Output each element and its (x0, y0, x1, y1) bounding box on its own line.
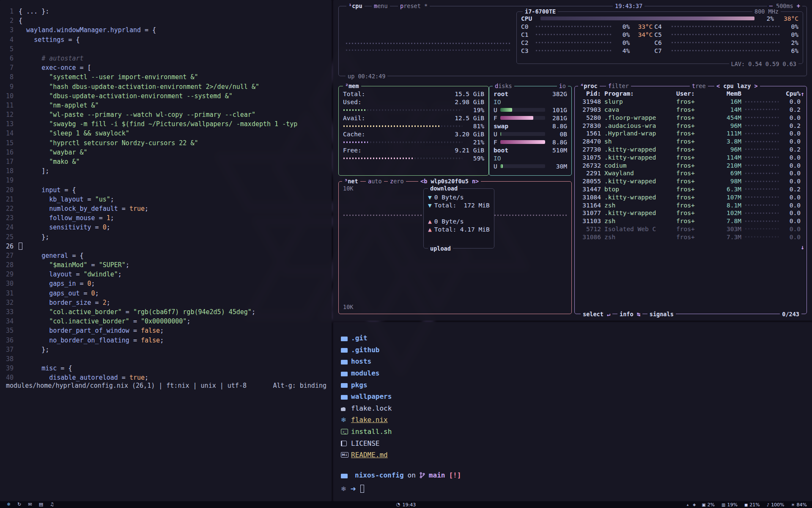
editor-line[interactable]: 5 (0, 44, 332, 54)
process-row[interactable]: 31084.kitty-wrappedfros+107M0.0 (579, 193, 802, 201)
process-row[interactable]: 5280.floorp-wrappefros+454M0.0 (579, 113, 802, 121)
load-average: LAV: 0.54 0.59 0.63 (729, 60, 798, 68)
disks-box-title[interactable]: disks (493, 82, 514, 90)
disk-bar-row: U0B (494, 130, 567, 138)
process-row[interactable]: 31075.kitty-wrappedfros+114M0.0 (579, 153, 802, 161)
code-text: # autostart (19, 54, 84, 63)
editor-line[interactable]: 33 "col.active_border" = "rgb(cba6f7) rg… (0, 307, 332, 317)
process-row[interactable]: 27730.kitty-wrappedfros+96M0.2 (579, 146, 802, 154)
editor-line[interactable]: 7 exec-once = [ (0, 63, 332, 72)
statusline-key-hint: Alt-g: binding (273, 382, 326, 389)
cpu-box-title: ¹cpu (346, 2, 365, 10)
brightness-icon: ☀ (791, 502, 795, 507)
clock-time: 19:43 (402, 502, 416, 508)
cpu-module[interactable]: ▣2% (702, 502, 715, 508)
net-info-rows: ▼0 Byte/s▼Total: 172 MiB▲0 Byte/s▲Total:… (428, 193, 491, 233)
filter-button[interactable]: filter (606, 82, 631, 90)
net-info-row: ▼0 Byte/s (428, 193, 491, 201)
editor-line[interactable]: 2{ (0, 16, 332, 25)
tree-button[interactable]: tree (690, 82, 708, 90)
cpu-total-row: CPU 2% 38°C (521, 14, 798, 22)
net-auto-button[interactable]: auto (366, 177, 384, 185)
process-row[interactable]: 31077.kitty-wrappedfros+102M0.0 (579, 209, 802, 217)
volume-module[interactable]: ♪100% (767, 502, 785, 508)
editor-line[interactable]: 11 "nm-applet &" (0, 101, 332, 110)
editor-line[interactable]: 35 border_part_of_window = false; (0, 326, 332, 335)
disk-bar (500, 132, 545, 136)
editor-line[interactable]: 3 wayland.windowManager.hyprland = { (0, 25, 332, 35)
editor-line[interactable]: 37 }; (0, 345, 332, 354)
editor-line[interactable]: 1{ ... }: (0, 7, 332, 16)
process-row[interactable]: 31164zshfros+8.1M0.0 (579, 201, 802, 209)
menu-button[interactable]: menu (372, 2, 390, 10)
editor-line[interactable]: 32 border_size = 2; (0, 298, 332, 307)
editor-line[interactable]: 18 ]; (0, 166, 332, 176)
process-row[interactable]: 28470shfros+3.8M0.0 (579, 138, 802, 146)
signals-button[interactable]: signals (647, 310, 676, 318)
editor-line[interactable]: 36 no_border_on_floating = false; (0, 336, 332, 345)
process-row[interactable]: 31103zshfros+7.8M0.0 (579, 217, 802, 225)
process-row[interactable]: 28055.kitty-wrappedfros+98M0.0 (579, 177, 802, 185)
editor-line[interactable]: 20 input = { (0, 185, 332, 195)
nixos-logo-icon[interactable]: ❄ (7, 501, 11, 508)
editor-line[interactable]: 23 follow_mouse = 1; (0, 213, 332, 223)
editor-line[interactable]: 6 # autostart (0, 54, 332, 63)
brightness-module[interactable]: ☀84% (791, 502, 807, 508)
down-arrow-icon: ▼ (428, 202, 432, 209)
select-button[interactable]: select ↵ (581, 310, 612, 318)
process-row[interactable]: 27903cavafros+14M0.2 (579, 106, 802, 114)
editor-line[interactable]: 28 "$mainMod" = "SUPER"; (0, 260, 332, 270)
process-row[interactable]: 2291Xwaylandfros+69M0.0 (579, 169, 802, 177)
shell-input-line[interactable]: ❄ ➜ (341, 485, 364, 493)
music-icon[interactable]: ♫ (50, 501, 54, 508)
net-zero-button[interactable]: zero (388, 177, 406, 185)
editor-line[interactable]: 16 "waybar &" (0, 148, 332, 157)
editor-line[interactable]: 26 (0, 242, 332, 251)
editor-line[interactable]: 40 disable_autoreload = true; (0, 373, 332, 382)
editor-line[interactable]: 39 misc = { (0, 364, 332, 373)
display-icon[interactable]: ▤ (39, 501, 43, 508)
sort-mode-selector[interactable]: < cpu lazy > (714, 82, 760, 90)
clock-module[interactable]: ◔ 19:43 (396, 501, 416, 508)
tray-icon-0[interactable]: ▴ (687, 502, 689, 507)
memory-module[interactable]: ▥19% (721, 502, 738, 508)
reload-icon[interactable]: ↻ (17, 501, 21, 508)
net-device-selector[interactable]: <b wlp0s20f0u5 n> (418, 177, 481, 185)
editor-line[interactable]: 9 "hash dbus-update-activation-environme… (0, 82, 332, 91)
editor-line[interactable]: 22 numlock_by_default = true; (0, 204, 332, 213)
scroll-down-icon[interactable]: ↓ (801, 244, 804, 251)
process-cpu-graph (745, 156, 779, 159)
editor-line[interactable]: 14 "sleep 1 && swaylock" (0, 129, 332, 138)
editor-line[interactable]: 29 layout = "dwindle"; (0, 270, 332, 279)
editor-line[interactable]: 27 general = { (0, 251, 332, 260)
editor-line[interactable]: 4 settings = { (0, 35, 332, 44)
download-label: download (428, 185, 460, 192)
editor-line[interactable]: 10 "dbus-update-activation-environment -… (0, 91, 332, 101)
editor-line[interactable]: 25 }; (0, 232, 332, 242)
info-button[interactable]: info ↹ (617, 310, 642, 318)
editor-line[interactable]: 21 kb_layout = "us"; (0, 195, 332, 204)
process-row[interactable]: 31086zshfros+7.3M0.0 (579, 233, 802, 241)
editor-line[interactable]: 38 (0, 354, 332, 364)
editor-line[interactable]: 24 sensitivity = 0; (0, 223, 332, 232)
tray-icon-1[interactable]: ◆ (693, 502, 696, 507)
disk-module[interactable]: ◼21% (744, 502, 760, 508)
process-row[interactable]: 31948slurpfros+16M0.0 (579, 98, 802, 106)
chat-icon[interactable]: ✉ (28, 501, 32, 508)
preset-button[interactable]: preset * (398, 2, 430, 10)
editor-line[interactable]: 17 "mako &" (0, 157, 332, 166)
process-row[interactable]: 5712Isolated Web Cfros+303M0.0 (579, 225, 802, 233)
editor-line[interactable]: 13 "swaybg -m fill -i $(find ~/Pictures/… (0, 119, 332, 129)
process-row[interactable]: 27830.audacious-wrafros+96M0.2 (579, 121, 802, 130)
editor-line[interactable]: 30 gaps_in = 0; (0, 279, 332, 288)
editor-line[interactable]: 34 "col.inactive_border" = "0x00000000"; (0, 317, 332, 326)
process-row[interactable]: 1561.Hyprland-wrapfros+111M0.0 (579, 130, 802, 138)
editor-line[interactable]: 31 gaps_out = 0; (0, 289, 332, 298)
process-row[interactable]: 26732codiumfros+210M0.0 (579, 161, 802, 169)
io-mode-button[interactable]: io (557, 82, 568, 90)
process-row[interactable]: 31447btopfros+6.3M0.2 (579, 185, 802, 193)
editor-line[interactable]: 8 "systemctl --user import-environment &… (0, 72, 332, 82)
editor-line[interactable]: 12 "wl-paste --primary --watch wl-copy -… (0, 110, 332, 119)
editor-line[interactable]: 15 "hyprctl setcursor Nordzy-cursors 22 … (0, 138, 332, 148)
editor-line[interactable]: 19 (0, 176, 332, 185)
